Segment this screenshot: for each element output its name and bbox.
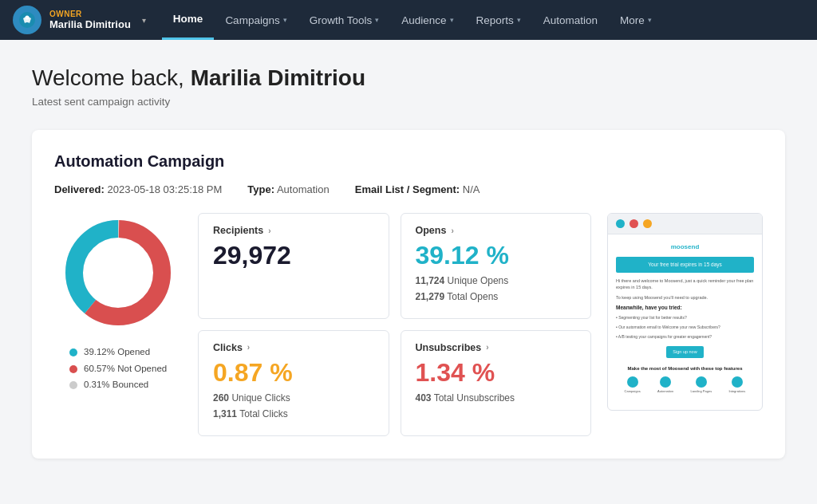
opens-label: Opens bbox=[416, 225, 447, 236]
welcome-subtitle: Latest sent campaign activity bbox=[32, 96, 785, 108]
opened-dot bbox=[69, 348, 77, 356]
ep-logo: moosend bbox=[616, 242, 754, 253]
ep-feature-icon-3 bbox=[696, 376, 707, 388]
opens-header[interactable]: Opens › bbox=[416, 225, 577, 236]
email-preview: moosend Your free trial expires in 15 da… bbox=[607, 213, 763, 411]
ep-feature-icon-1 bbox=[627, 376, 638, 388]
campaign-meta: Delivered: 2023-05-18 03:25:18 PM Type: … bbox=[54, 183, 763, 195]
ep-list3: • A/B testing your campaigns for greater… bbox=[616, 333, 754, 340]
clicks-header[interactable]: Clicks › bbox=[213, 342, 374, 353]
donut-chart bbox=[58, 213, 178, 333]
email-list-info: Email List / Segment: N/A bbox=[355, 183, 480, 195]
nav-item-automation[interactable]: Automation bbox=[532, 0, 609, 40]
clicks-percent: 0.87 % bbox=[213, 360, 374, 385]
ep-banner: Your free trial expires in 15 days bbox=[616, 257, 754, 273]
donut-legend: 39.12% Opened 60.57% Not Opened 0.31% Bo… bbox=[69, 344, 167, 393]
donut-chart-container: 39.12% Opened 60.57% Not Opened 0.31% Bo… bbox=[54, 213, 182, 393]
opens-box: Opens › 39.12 % 11,724 Unique Opens 21,2… bbox=[401, 213, 592, 319]
unsubscribes-header[interactable]: Unsubscribes › bbox=[416, 342, 577, 353]
owner-dropdown-icon[interactable]: ▾ bbox=[142, 16, 146, 25]
preview-dot-1 bbox=[616, 219, 625, 228]
stats-area: 39.12% Opened 60.57% Not Opened 0.31% Bo… bbox=[54, 213, 763, 436]
not-opened-dot bbox=[69, 365, 77, 373]
ep-feature-3: Landing Pages bbox=[691, 376, 712, 394]
reports-dropdown-icon: ▾ bbox=[517, 16, 521, 24]
app-logo bbox=[13, 6, 41, 34]
recipients-header[interactable]: Recipients › bbox=[213, 225, 374, 236]
growth-tools-dropdown-icon: ▾ bbox=[375, 16, 379, 24]
legend-not-opened: 60.57% Not Opened bbox=[69, 360, 167, 377]
owner-label: Owner bbox=[49, 10, 131, 18]
unsubscribes-box: Unsubscribes › 1.34 % 403 Total Unsubscr… bbox=[401, 330, 592, 436]
ep-section-title: Make the most of Moosend with these top … bbox=[616, 365, 754, 373]
ep-heading: Meanwhile, have you tried: bbox=[616, 304, 754, 312]
recipients-label: Recipients bbox=[213, 225, 263, 236]
campaign-title: Automation Campaign bbox=[54, 152, 763, 171]
stats-grid: Recipients › 29,972 Opens › 39.12 % 11,7… bbox=[198, 213, 591, 436]
welcome-name: Marilia Dimitriou bbox=[191, 65, 365, 90]
navbar-brand[interactable]: Owner Marilia Dimitriou ▾ bbox=[13, 6, 146, 34]
main-nav: Home Campaigns ▾ Growth Tools ▾ Audience… bbox=[162, 0, 804, 40]
bounced-dot bbox=[69, 381, 77, 389]
type-info: Type: Automation bbox=[247, 183, 329, 195]
delivered-label: Delivered: bbox=[54, 183, 105, 195]
email-list-value: N/A bbox=[463, 183, 480, 195]
nav-item-campaigns[interactable]: Campaigns ▾ bbox=[214, 0, 298, 40]
type-label: Type: bbox=[247, 183, 274, 195]
type-value: Automation bbox=[277, 183, 330, 195]
nav-item-more[interactable]: More ▾ bbox=[609, 0, 663, 40]
delivered-value: 2023-05-18 03:25:18 PM bbox=[108, 183, 223, 195]
delivered-info: Delivered: 2023-05-18 03:25:18 PM bbox=[54, 183, 222, 195]
unsubscribes-details: 403 Total Unsubscribes bbox=[416, 390, 577, 406]
page-content: Welcome back, Marilia Dimitriou Latest s… bbox=[0, 40, 817, 484]
recipients-box: Recipients › 29,972 bbox=[198, 213, 389, 319]
email-preview-body: moosend Your free trial expires in 15 da… bbox=[608, 234, 762, 410]
ep-list1: • Segmenting your list for better result… bbox=[616, 314, 754, 321]
legend-bounced: 0.31% Bounced bbox=[69, 376, 167, 393]
recipients-arrow-icon: › bbox=[268, 226, 270, 235]
clicks-label: Clicks bbox=[213, 342, 243, 353]
unsubscribes-percent: 1.34 % bbox=[416, 360, 577, 385]
ep-cta-button[interactable]: Sign up now bbox=[666, 346, 703, 358]
clicks-arrow-icon: › bbox=[247, 343, 250, 352]
ep-text2: To keep using Moosend you'll need to upg… bbox=[616, 294, 754, 301]
nav-item-reports[interactable]: Reports ▾ bbox=[465, 0, 532, 40]
welcome-title: Welcome back, Marilia Dimitriou bbox=[32, 65, 785, 91]
ep-list2: • Our automation email to Welcome your n… bbox=[616, 324, 754, 330]
navbar: Owner Marilia Dimitriou ▾ Home Campaigns… bbox=[0, 0, 817, 40]
ep-feature-icon-4 bbox=[732, 376, 743, 388]
nav-item-home[interactable]: Home bbox=[162, 0, 215, 40]
ep-feature-1: Campaigns bbox=[625, 376, 641, 394]
ep-feature-4: Integrations bbox=[728, 376, 745, 394]
more-dropdown-icon: ▾ bbox=[648, 16, 652, 24]
opens-details: 11,724 Unique Opens 21,279 Total Opens bbox=[416, 273, 577, 305]
clicks-box: Clicks › 0.87 % 260 Unique Clicks 1,311 … bbox=[198, 330, 389, 436]
unsubscribes-arrow-icon: › bbox=[486, 343, 488, 352]
ep-feature-icon-2 bbox=[660, 376, 671, 388]
ep-feature-2: Automation bbox=[657, 376, 673, 394]
legend-opened: 39.12% Opened bbox=[69, 344, 167, 360]
opens-arrow-icon: › bbox=[451, 226, 453, 235]
ep-icons-row: Campaigns Automation Landing Pages bbox=[616, 376, 754, 394]
ep-text1: Hi there and welcome to Moosend, just a … bbox=[616, 278, 754, 291]
opens-percent: 39.12 % bbox=[416, 242, 577, 268]
nav-item-audience[interactable]: Audience ▾ bbox=[390, 0, 464, 40]
preview-dot-2 bbox=[630, 219, 638, 228]
email-preview-bar bbox=[608, 214, 762, 234]
clicks-details: 260 Unique Clicks 1,311 Total Clicks bbox=[213, 390, 374, 423]
owner-info: Owner Marilia Dimitriou bbox=[49, 10, 131, 30]
campaign-card: Automation Campaign Delivered: 2023-05-1… bbox=[32, 130, 785, 459]
preview-dot-3 bbox=[643, 219, 652, 228]
audience-dropdown-icon: ▾ bbox=[450, 16, 454, 24]
svg-point-1 bbox=[26, 16, 30, 20]
nav-item-growth-tools[interactable]: Growth Tools ▾ bbox=[298, 0, 391, 40]
email-list-label: Email List / Segment: bbox=[355, 183, 460, 195]
owner-name: Marilia Dimitriou bbox=[49, 18, 131, 30]
recipients-number: 29,972 bbox=[213, 242, 374, 268]
unsubscribes-label: Unsubscribes bbox=[416, 342, 482, 353]
campaigns-dropdown-icon: ▾ bbox=[283, 16, 287, 24]
